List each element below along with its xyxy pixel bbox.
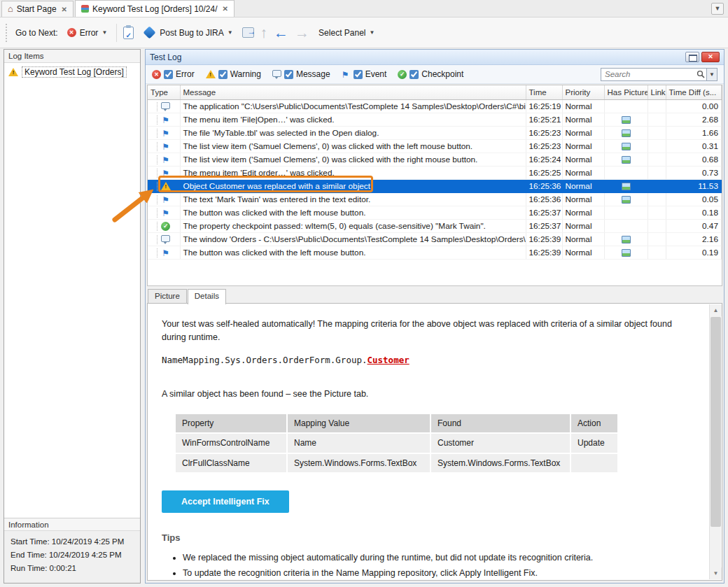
dtable-column-header: Found: [430, 413, 570, 434]
picture-icon[interactable]: [622, 129, 631, 137]
row-time: 16:25:21: [526, 113, 562, 126]
picture-icon[interactable]: [622, 116, 631, 124]
row-has-picture: [604, 246, 648, 259]
chevron-down-icon: ▼: [370, 29, 375, 36]
log-row[interactable]: The window 'Orders - C:\Users\Public\Doc…: [148, 232, 722, 246]
create-report-icon[interactable]: [123, 27, 134, 39]
tab-list-dropdown[interactable]: ▼: [711, 3, 724, 15]
tab-picture[interactable]: Picture: [148, 289, 187, 304]
tree-item-keyword-test-log[interactable]: Keyword Test Log [Orders]: [7, 66, 137, 78]
log-row[interactable]: The application "C:\Users\Public\Documen…: [148, 99, 722, 113]
scrollbar-thumb[interactable]: [710, 317, 721, 527]
picture-icon[interactable]: [622, 249, 631, 257]
row-time: 16:25:23: [526, 126, 562, 139]
close-panel-button[interactable]: ✕: [701, 52, 720, 62]
row-priority: Normal: [562, 232, 604, 246]
row-priority: Normal: [562, 192, 604, 206]
go-up-arrow[interactable]: ↑: [260, 26, 268, 40]
toolbar-grip[interactable]: [6, 24, 8, 42]
row-message: The button was clicked with the left mou…: [183, 248, 366, 257]
row-message: The text 'Mark Twain' was entered in the…: [183, 195, 371, 204]
log-row[interactable]: The file 'MyTable.tbl' was selected in t…: [148, 126, 722, 139]
dtable-row: ClrFullClassNameSystem.Windows.Forms.Tex…: [175, 453, 618, 474]
search-input[interactable]: [601, 68, 707, 81]
tab-label: Keyword Test Log [Orders] 10/24/: [92, 4, 218, 14]
filter-toggle[interactable]: Message: [272, 69, 330, 79]
scroll-up-icon[interactable]: ▲: [710, 304, 722, 316]
row-time-diff: 0.05: [666, 192, 722, 206]
filter-checkbox[interactable]: [410, 70, 419, 79]
accept-intelligent-fix-button[interactable]: Accept Intelligent Fix: [162, 490, 289, 513]
column-header[interactable]: Time: [526, 85, 562, 99]
mapping-highlight[interactable]: Customer: [368, 355, 410, 365]
search-icon: [696, 70, 705, 78]
scroll-down-icon[interactable]: ▼: [710, 567, 722, 579]
filter-checkbox[interactable]: [164, 70, 173, 79]
row-type-icon: [161, 235, 170, 242]
tab-keyword-test-log[interactable]: Keyword Test Log [Orders] 10/24/ ✕: [75, 0, 234, 17]
dtable-column-header: Property: [175, 413, 287, 434]
go-back-arrow[interactable]: ←: [274, 26, 288, 40]
float-panel-button[interactable]: [685, 52, 699, 62]
row-message: The menu item 'Edit order…' was clicked.: [183, 168, 335, 178]
tab-details[interactable]: Details: [188, 289, 226, 304]
details-scrollbar[interactable]: ▲ ▼: [709, 304, 721, 579]
column-header[interactable]: Link: [648, 85, 666, 99]
close-tab-icon[interactable]: ✕: [221, 5, 228, 13]
filter-toggle[interactable]: Warning: [206, 69, 261, 79]
export-log-icon[interactable]: [242, 27, 254, 38]
row-has-picture: [604, 166, 648, 179]
column-header[interactable]: Time Diff (s...: [666, 85, 722, 99]
filter-checkbox[interactable]: [284, 70, 293, 79]
test-log-title: Test Log: [150, 52, 181, 62]
select-panel-dropdown[interactable]: Select Panel ▼: [316, 26, 377, 40]
column-header[interactable]: Priority: [562, 85, 604, 99]
row-type-icon: [161, 142, 170, 151]
log-row[interactable]: The menu item 'Edit order…' was clicked.…: [148, 166, 722, 179]
filter-checkbox[interactable]: [354, 70, 363, 79]
picture-icon[interactable]: [622, 196, 631, 204]
log-row[interactable]: The property checkpoint passed: wItem(5,…: [148, 219, 722, 232]
details-panel: Your test was self-healed automatically!…: [147, 303, 722, 581]
filter-toggle[interactable]: Event: [342, 69, 387, 79]
row-time-diff: 11.53: [666, 179, 722, 192]
row-has-picture: [604, 153, 648, 166]
row-time: 16:25:39: [526, 246, 562, 259]
information-content: Start Time: 10/24/2019 4:25 PM End Time:…: [4, 531, 140, 583]
close-tab-icon[interactable]: ✕: [60, 6, 67, 13]
row-message: The list view item ('Samuel Clemens', 0)…: [183, 141, 473, 151]
log-row[interactable]: The button was clicked with the left mou…: [148, 246, 722, 259]
filter-toggle[interactable]: Error: [152, 69, 195, 79]
row-link: [648, 126, 666, 139]
log-row[interactable]: The list view item ('Samuel Clemens', 0)…: [148, 153, 722, 166]
tree-guide: [157, 142, 158, 151]
go-to-next-error-dropdown[interactable]: Error ▼: [64, 26, 111, 40]
log-row[interactable]: Object Customer was replaced with a simi…: [148, 179, 722, 192]
log-row[interactable]: The menu item 'File|Open…' was clicked. …: [148, 113, 722, 126]
row-time: 16:25:37: [526, 206, 562, 219]
picture-icon[interactable]: [622, 156, 631, 164]
log-row[interactable]: The text 'Mark Twain' was entered in the…: [148, 192, 722, 206]
tree-guide: [157, 102, 158, 111]
row-has-picture: [604, 219, 648, 232]
picture-icon[interactable]: [622, 143, 631, 150]
filter-checkbox[interactable]: [218, 70, 227, 79]
picture-icon[interactable]: [622, 236, 631, 243]
tab-start-page[interactable]: ⌂ Start Page ✕: [1, 1, 74, 17]
go-forward-arrow[interactable]: →: [295, 26, 309, 40]
row-message: The window 'Orders - C:\Users\Public\Doc…: [183, 234, 526, 244]
column-header[interactable]: Has Picture: [604, 85, 648, 99]
row-time-diff: 0.68: [666, 153, 722, 166]
picture-icon[interactable]: [622, 183, 631, 190]
column-header[interactable]: Message: [180, 85, 526, 99]
filter-toggle[interactable]: Checkpoint: [398, 69, 463, 79]
post-bug-to-jira-button[interactable]: Post Bug to JIRA ▼: [140, 26, 235, 40]
log-row[interactable]: The button was clicked with the left mou…: [148, 206, 722, 219]
row-has-picture: [604, 232, 648, 246]
column-header[interactable]: Type: [148, 85, 180, 99]
log-row[interactable]: The list view item ('Samuel Clemens', 0)…: [148, 139, 722, 153]
search-options-dropdown[interactable]: ▼: [707, 68, 718, 81]
row-time-diff: 0.73: [666, 166, 722, 179]
filter-label: Checkpoint: [421, 69, 463, 79]
log-items-header: Log Items: [4, 50, 140, 63]
